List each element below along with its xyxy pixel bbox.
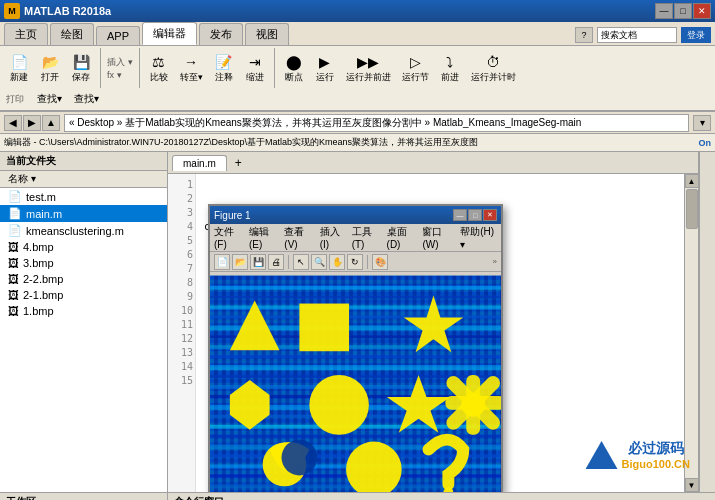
svg-rect-29 <box>299 304 349 352</box>
figure-window: Figure 1 — □ ✕ 文件(F) 编辑(E) 查看(V) 插入(I) 工… <box>208 204 503 492</box>
fig-close[interactable]: ✕ <box>483 209 497 221</box>
new-button[interactable]: 📄 新建 <box>4 50 34 87</box>
fig-menu-desktop[interactable]: 桌面(D) <box>387 225 417 250</box>
fig-minimize[interactable]: — <box>453 209 467 221</box>
step-button[interactable]: ⤵ 前进 <box>435 50 465 87</box>
file-icon-main: 📄 <box>8 207 22 220</box>
bottom-area: 工作区 ▾ img k main.m (脚本) 命令行窗口 ▾ fx >> <box>0 492 715 500</box>
minimize-button[interactable]: — <box>655 3 673 19</box>
compare-icon: ⚖ <box>149 53 169 71</box>
editor-address-bar: 编辑器 - C:\Users\Administrator.WIN7U-20180… <box>0 134 715 152</box>
workspace-header: 工作区 ▾ <box>0 493 167 500</box>
tab-editor[interactable]: 编辑器 <box>142 22 197 45</box>
open-icon: 📂 <box>40 53 60 71</box>
fig-menu-tools[interactable]: 工具(T) <box>352 225 381 250</box>
file-item-kmeans[interactable]: 📄 kmeansclustering.m <box>0 222 167 239</box>
tab-home[interactable]: 主页 <box>4 23 48 45</box>
find2-button[interactable]: 查找▾ <box>69 90 104 108</box>
fig-tb-print[interactable]: 🖨 <box>268 254 284 270</box>
edit-group: ⚖ 比较 → 转至▾ 📝 注释 ⇥ 缩进 <box>144 50 270 87</box>
fig-maximize[interactable]: □ <box>468 209 482 221</box>
tab-plot[interactable]: 绘图 <box>50 23 94 45</box>
address-path[interactable]: « Desktop » 基于Matlab实现的Kmeans聚类算法，并将其运用至… <box>64 114 689 132</box>
open-button[interactable]: 📂 打开 <box>35 50 65 87</box>
run-section-button[interactable]: ▷ 运行节 <box>397 50 434 87</box>
line-12: 12 <box>170 332 193 346</box>
file-icon-4bmp: 🖼 <box>8 241 19 253</box>
address-bar: ◀ ▶ ▲ « Desktop » 基于Matlab实现的Kmeans聚类算法，… <box>0 112 715 134</box>
figure-win-controls: — □ ✕ <box>453 209 497 221</box>
line-7: 7 <box>170 262 193 276</box>
print-btn[interactable]: 打印 <box>4 93 26 106</box>
file-item-21bmp[interactable]: 🖼 2-1.bmp <box>0 287 167 303</box>
tab-app[interactable]: APP <box>96 26 140 45</box>
up-button[interactable]: ▲ <box>42 115 60 131</box>
scroll-track[interactable] <box>685 188 699 478</box>
save-button[interactable]: 💾 保存 <box>66 50 96 87</box>
svg-rect-7 <box>210 286 501 290</box>
command-header: 命令行窗口 ▾ <box>168 493 715 500</box>
workspace-controls[interactable]: ▾ <box>156 497 161 501</box>
title-bar: M MATLAB R2018a — □ ✕ <box>0 0 715 22</box>
command-panel: 命令行窗口 ▾ fx >> <box>168 493 715 500</box>
note-button[interactable]: 📝 注释 <box>209 50 239 87</box>
fig-tb-rotate[interactable]: ↻ <box>347 254 363 270</box>
run-all-button[interactable]: ⏱ 运行并计时 <box>466 50 521 87</box>
fig-menu-insert[interactable]: 插入(I) <box>320 225 346 250</box>
forward-button[interactable]: ▶ <box>23 115 41 131</box>
file-item-3bmp[interactable]: 🖼 3.bmp <box>0 255 167 271</box>
scroll-down[interactable]: ▼ <box>685 478 699 492</box>
fig-menu-file[interactable]: 文件(F) <box>214 225 243 250</box>
back-button[interactable]: ◀ <box>4 115 22 131</box>
goto-button[interactable]: → 转至▾ <box>175 50 208 87</box>
file-item-main[interactable]: 📄 main.m <box>0 205 167 222</box>
command-controls[interactable]: ▾ <box>704 497 709 501</box>
compare-button[interactable]: ⚖ 比较 <box>144 50 174 87</box>
file-name-22bmp: 2-2.bmp <box>23 273 63 285</box>
toolbar-row1: 📄 新建 📂 打开 💾 保存 插入 ▾ fx ▾ ⚖ 比较 <box>4 48 711 88</box>
file-name-main: main.m <box>26 208 62 220</box>
file-item-22bmp[interactable]: 🖼 2-2.bmp <box>0 271 167 287</box>
file-icon-1bmp: 🖼 <box>8 305 19 317</box>
help-button[interactable]: ? <box>575 27 593 43</box>
fig-tb-pan[interactable]: ✋ <box>329 254 345 270</box>
browse-button[interactable]: ▾ <box>693 115 711 131</box>
advance-icon: ▶▶ <box>358 53 378 71</box>
fig-menu-help[interactable]: 帮助(H) ▾ <box>460 225 497 250</box>
fig-menu-edit[interactable]: 编辑(E) <box>249 225 278 250</box>
fig-menu-window[interactable]: 窗口(W) <box>422 225 454 250</box>
breakpoint-button[interactable]: ⬤ 断点 <box>279 50 309 87</box>
fig-tb-color[interactable]: 🎨 <box>372 254 388 270</box>
workspace-title: 工作区 <box>6 495 36 500</box>
fig-tb-more[interactable]: » <box>493 257 497 266</box>
find-button[interactable]: 查找▾ <box>32 90 67 108</box>
fig-tb-open[interactable]: 📂 <box>232 254 248 270</box>
fig-tb-zoom[interactable]: 🔍 <box>311 254 327 270</box>
file-item-4bmp[interactable]: 🖼 4.bmp <box>0 239 167 255</box>
fig-menu-view[interactable]: 查看(V) <box>284 225 313 250</box>
tab-publish[interactable]: 发布 <box>199 23 243 45</box>
file-item-test[interactable]: 📄 test.m <box>0 188 167 205</box>
fig-tb-save[interactable]: 💾 <box>250 254 266 270</box>
scroll-up[interactable]: ▲ <box>685 174 699 188</box>
search-input[interactable]: 搜索文档 <box>597 27 677 43</box>
new-icon: 📄 <box>9 53 29 71</box>
indent-button[interactable]: ⇥ 缩进 <box>240 50 270 87</box>
close-button[interactable]: ✕ <box>693 3 711 19</box>
maximize-button[interactable]: □ <box>674 3 692 19</box>
file-icon-kmeans: 📄 <box>8 224 22 237</box>
line-2: 2 <box>170 192 193 206</box>
file-name-3bmp: 3.bmp <box>23 257 54 269</box>
watermark-line1: 必过源码 <box>622 440 690 458</box>
scroll-thumb[interactable] <box>686 189 698 229</box>
advance-button[interactable]: ▶▶ 运行并前进 <box>341 50 396 87</box>
fig-tb-new[interactable]: 📄 <box>214 254 230 270</box>
editor-tab-main[interactable]: main.m <box>172 155 227 171</box>
tab-view[interactable]: 视图 <box>245 23 289 45</box>
editor-tabs: main.m + <box>168 152 698 174</box>
run-button[interactable]: ▶ 运行 <box>310 50 340 87</box>
login-button[interactable]: 登录 <box>681 27 711 43</box>
tab-add-button[interactable]: + <box>229 154 248 172</box>
file-item-1bmp[interactable]: 🖼 1.bmp <box>0 303 167 319</box>
fig-tb-select[interactable]: ↖ <box>293 254 309 270</box>
